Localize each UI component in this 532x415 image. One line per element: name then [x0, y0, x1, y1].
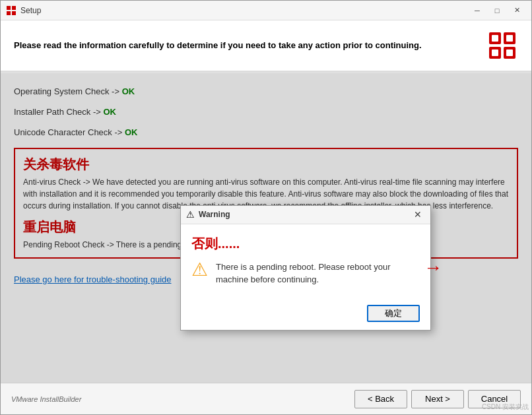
- footer: VMware InstallBuilder < Back Next > Canc…: [1, 383, 531, 414]
- main-window: Setup ─ □ ✕ Please read the information …: [0, 0, 532, 415]
- window-title: Setup: [20, 6, 468, 15]
- brand-label: VMware InstallBuilder: [11, 395, 81, 403]
- dialog-ok-button[interactable]: 确定: [367, 305, 420, 322]
- dialog-zh-text: 否则......: [191, 235, 420, 253]
- header: Please read the information carefully to…: [1, 20, 531, 72]
- watermark: CSDN 安装实战: [482, 402, 529, 412]
- dialog-close-button[interactable]: ✕: [411, 208, 425, 221]
- back-button[interactable]: < Back: [354, 390, 407, 408]
- svg-rect-8: [492, 35, 498, 42]
- dialog-message: There is a pending reboot. Please reboot…: [216, 261, 420, 286]
- minimize-button[interactable]: ─: [468, 3, 486, 18]
- header-logo: [486, 30, 518, 61]
- dialog-titlebar: ⚠ Warning ✕: [181, 206, 430, 224]
- titlebar: Setup ─ □ ✕: [1, 1, 531, 20]
- dialog-footer: 确定: [181, 300, 430, 330]
- svg-rect-10: [492, 49, 498, 56]
- maximize-button[interactable]: □: [488, 3, 506, 18]
- window-close-button[interactable]: ✕: [508, 3, 526, 18]
- svg-rect-1: [12, 6, 16, 10]
- dialog-overlay: ⚠ Warning ✕ 否则...... ⚠ There is a pendin…: [1, 73, 531, 383]
- svg-rect-3: [12, 11, 16, 15]
- dialog-warning-icon: ⚠: [191, 261, 208, 279]
- dialog-body: 否则...... ⚠ There is a pending reboot. Pl…: [181, 224, 430, 300]
- header-text: Please read the information carefully to…: [14, 40, 422, 51]
- svg-rect-0: [7, 6, 11, 10]
- red-arrow-icon: →: [424, 257, 442, 278]
- dialog-content-row: ⚠ There is a pending reboot. Please rebo…: [191, 261, 420, 286]
- next-button[interactable]: Next >: [411, 390, 464, 408]
- svg-rect-2: [7, 11, 11, 15]
- svg-rect-11: [506, 49, 513, 56]
- content-area: Operating System Check -> OK Installer P…: [1, 73, 531, 383]
- svg-rect-9: [506, 35, 513, 42]
- warning-dialog: ⚠ Warning ✕ 否则...... ⚠ There is a pendin…: [180, 205, 431, 331]
- titlebar-controls: ─ □ ✕: [468, 3, 526, 18]
- titlebar-icon: [6, 5, 17, 16]
- dialog-titlebar-icon: ⚠: [186, 209, 195, 220]
- dialog-title: Warning: [199, 210, 411, 219]
